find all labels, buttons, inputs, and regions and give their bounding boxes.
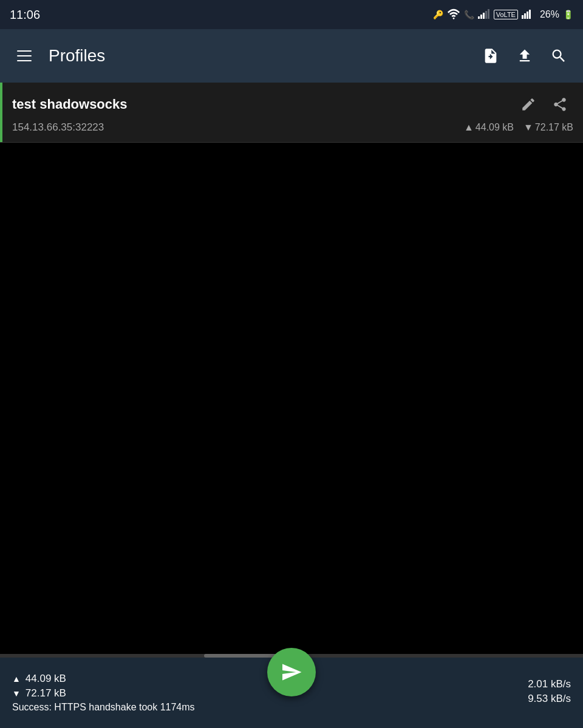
share-profile-button[interactable] (547, 91, 573, 118)
volte-icon: VoLTE (494, 10, 518, 19)
add-url-button[interactable] (510, 41, 539, 70)
upload-speed: 2.01 kB/s (528, 678, 571, 690)
profile-actions (515, 91, 573, 118)
profile-item[interactable]: test shadowsocks 154.13.66.35:32223 ▲ (0, 83, 583, 142)
svg-point-0 (452, 17, 454, 19)
wifi-icon (447, 9, 460, 21)
svg-rect-6 (522, 15, 523, 19)
profile-download-stat: ▼ 72.17 kB (523, 122, 573, 133)
battery-icon: 🔋 (563, 10, 573, 19)
app-bar: Profiles (0, 29, 583, 83)
signal-icon (478, 9, 490, 21)
call-icon: 📞 (464, 10, 474, 19)
svg-rect-8 (527, 12, 528, 19)
status-bar: 11:06 🔑 📞 VoLTE (0, 0, 583, 29)
svg-rect-1 (478, 16, 480, 19)
profile-bottom-row: 154.13.66.35:32223 ▲ 44.09 kB ▼ 72.17 kB (12, 121, 573, 134)
toolbar-actions (476, 41, 573, 70)
hamburger-line-3 (17, 60, 32, 61)
bottom-message: Success: HTTPS handshake took 1174ms (12, 702, 528, 713)
add-file-button[interactable] (476, 41, 505, 70)
download-arrow: ▼ (523, 122, 533, 133)
profile-name: test shadowsocks (12, 97, 128, 112)
search-button[interactable] (544, 41, 573, 70)
main-content (0, 143, 583, 672)
profile-upload-stat: ▲ 44.09 kB (464, 122, 514, 133)
bottom-upload-value: 44.09 kB (26, 673, 66, 685)
status-time: 11:06 (10, 8, 40, 22)
svg-rect-7 (524, 13, 526, 19)
upload-value: 44.09 kB (476, 122, 514, 133)
svg-rect-5 (488, 9, 489, 19)
bottom-speed: 2.01 kB/s 9.53 kB/s (528, 678, 571, 707)
menu-button[interactable] (10, 41, 39, 70)
profile-stats: ▲ 44.09 kB ▼ 72.17 kB (464, 122, 573, 133)
hamburger-line-1 (17, 50, 32, 52)
download-value: 72.17 kB (535, 122, 573, 133)
download-speed: 9.53 kB/s (528, 693, 571, 705)
download-arrow-icon: ▼ (12, 689, 21, 698)
profile-top-row: test shadowsocks (12, 91, 573, 118)
svg-rect-3 (483, 13, 485, 19)
svg-rect-9 (529, 10, 531, 19)
battery-indicator: 26% (540, 9, 559, 20)
lte-icon (522, 9, 534, 21)
profile-list: test shadowsocks 154.13.66.35:32223 ▲ (0, 83, 583, 143)
edit-profile-button[interactable] (515, 91, 542, 118)
profile-address: 154.13.66.35:32223 (12, 121, 104, 134)
upload-arrow-icon: ▲ (12, 674, 21, 684)
vpn-icon: 🔑 (433, 10, 443, 19)
status-icons: 🔑 📞 VoLTE (433, 9, 573, 21)
svg-rect-2 (480, 15, 482, 19)
hamburger-line-2 (17, 55, 32, 56)
upload-arrow: ▲ (464, 122, 474, 133)
download-stat-row: ▼ 72.17 kB (12, 687, 528, 699)
bottom-download-value: 72.17 kB (26, 687, 66, 699)
connect-fab[interactable] (267, 648, 316, 696)
app-title: Profiles (49, 46, 476, 66)
svg-rect-4 (485, 11, 487, 19)
